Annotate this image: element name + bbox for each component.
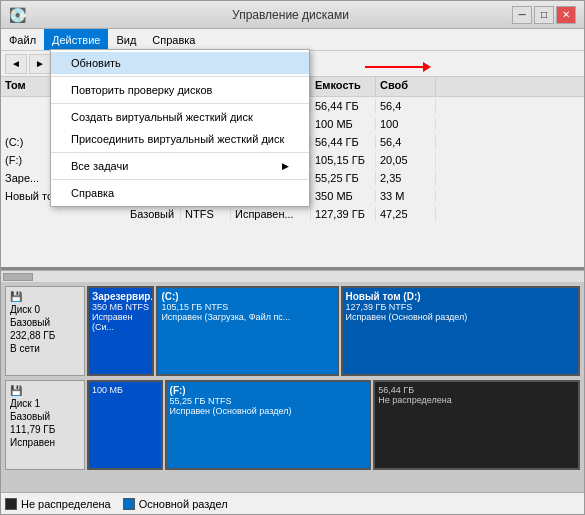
minimize-button[interactable]: ─ [512,6,532,24]
title-buttons: ─ □ ✕ [512,6,576,24]
scrollbar-thumb[interactable] [3,273,33,281]
disk1-partitions: 100 МБ (F:) 55,25 ГБ NTFS Исправен (Осно… [87,380,580,470]
toolbar: ◄ ► [1,51,584,77]
maximize-button[interactable]: □ [534,6,554,24]
disk1-label: 💾 Диск 1 Базовый 111,79 ГБ Исправен [5,380,85,470]
disk0-row: 💾 Диск 0 Базовый 232,88 ГБ В сети Зарезе… [5,286,580,376]
menu-action[interactable]: Действие [44,29,108,50]
legend-primary: Основной раздел [123,498,228,510]
disk0-type: Базовый [10,317,80,328]
disk1-part1[interactable]: (F:) 55,25 ГБ NTFS Исправен (Основной ра… [165,380,372,470]
scrollbar-horizontal[interactable] [1,270,584,282]
col-type: Тип [126,77,181,96]
disk-icon: 💾 [10,385,80,396]
disk0-status: В сети [10,343,80,354]
table-row[interactable]: Базовый NTFS Исправен... 127,39 ГБ 47,25 [1,205,584,223]
table-row[interactable]: 100 МБ 100 [1,115,584,133]
disk0-label: 💾 Диск 0 Базовый 232,88 ГБ В сети [5,286,85,376]
col-tom: Том [1,77,61,96]
disk0-name: Диск 0 [10,304,80,315]
menu-help[interactable]: Справка [144,29,203,50]
close-button[interactable]: ✕ [556,6,576,24]
table-row[interactable]: Заре... Исправен... 55,25 ГБ 2,35 [1,169,584,187]
disk0-size: 232,88 ГБ [10,330,80,341]
col-state: Состояние [231,77,311,96]
disk1-part2[interactable]: 56,44 ГБ Не распределена [373,380,580,470]
disk0-part0[interactable]: Зарезервир... 350 МБ NTFS Исправен (Си..… [87,286,154,376]
disk1-status: Исправен [10,437,80,448]
menu-bar: Файл Действие Вид Справка [1,29,584,51]
disk0-part1[interactable]: (C:) 105,15 ГБ NTFS Исправен (Загрузка, … [156,286,338,376]
disk1-name: Диск 1 [10,398,80,409]
table-row[interactable]: Новый том (D:) Исправен... 350 МБ 33 М [1,187,584,205]
col-free: Своб [376,77,436,96]
main-window: 💽 Управление дисками ─ □ ✕ Файл Действие… [0,0,585,515]
table-row[interactable]: (C:) Исправен... 56,44 ГБ 56,4 [1,133,584,151]
legend-unallocated-box [5,498,17,510]
content-area: Том Разметка Тип Фс Состояние Емкость Св… [1,77,584,514]
disk0-partitions: Зарезервир... 350 МБ NTFS Исправен (Си..… [87,286,580,376]
col-size: Емкость [311,77,376,96]
disk1-part0[interactable]: 100 МБ [87,380,163,470]
legend-unallocated: Не распределена [5,498,111,510]
legend: Не распределена Основной раздел [1,492,584,514]
top-panel: Том Разметка Тип Фс Состояние Емкость Св… [1,77,584,270]
menu-view[interactable]: Вид [108,29,144,50]
table-row[interactable]: Формати... 56,44 ГБ 56,4 [1,97,584,115]
disk1-size: 111,79 ГБ [10,424,80,435]
col-fs: Фс [181,77,231,96]
disk-view-panel: 💾 Диск 0 Базовый 232,88 ГБ В сети Зарезе… [1,282,584,492]
legend-unallocated-label: Не распределена [21,498,111,510]
legend-primary-box [123,498,135,510]
forward-button[interactable]: ► [29,54,51,74]
window-title: Управление дисками [69,8,512,22]
col-layout: Разметка [61,77,126,96]
title-bar: 💽 Управление дисками ─ □ ✕ [1,1,584,29]
list-header: Том Разметка Тип Фс Состояние Емкость Св… [1,77,584,97]
disk1-row: 💾 Диск 1 Базовый 111,79 ГБ Исправен 100 … [5,380,580,470]
back-button[interactable]: ◄ [5,54,27,74]
disk1-type: Базовый [10,411,80,422]
table-row[interactable]: (F:) Исправен... 105,15 ГБ 20,05 [1,151,584,169]
legend-primary-label: Основной раздел [139,498,228,510]
disk0-part2[interactable]: Новый том (D:) 127,39 ГБ NTFS Исправен (… [341,286,581,376]
menu-file[interactable]: Файл [1,29,44,50]
disk-icon: 💾 [10,291,80,302]
